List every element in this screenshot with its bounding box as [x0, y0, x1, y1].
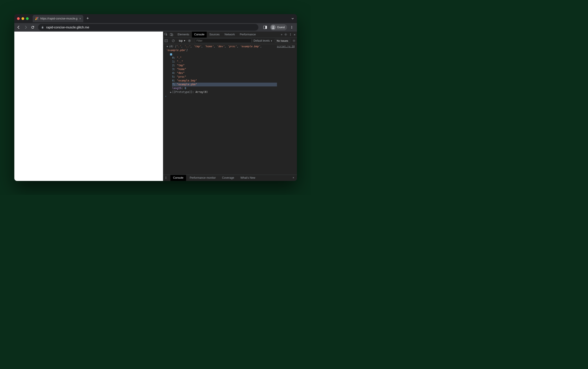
tab-performance[interactable]: Performance [238, 31, 258, 38]
drawer-tab-console[interactable]: Console [170, 175, 186, 181]
svg-point-13 [290, 35, 291, 36]
side-panel-icon[interactable] [263, 26, 267, 29]
clear-console-icon[interactable] [172, 39, 177, 42]
console-sidebar-icon[interactable] [165, 39, 170, 42]
minimize-window-button[interactable] [21, 17, 24, 20]
source-link[interactable]: script.js:10 [277, 45, 297, 94]
tab-strip: 🎉 https://rapid-concise-muscle.g × + [14, 14, 297, 23]
drawer-tab-performance-monitor[interactable]: Performance monitor [187, 175, 219, 181]
filter-input[interactable] [195, 39, 252, 43]
devtools-menu-icon[interactable] [289, 33, 292, 36]
issues-badge[interactable]: No Issues [275, 39, 290, 42]
tab-overflow-button[interactable] [291, 17, 294, 20]
collapse-icon[interactable]: ▼ [166, 45, 169, 48]
url-text: rapid-concise-muscle.glitch.me [46, 26, 89, 29]
array-entry[interactable]: 0: "." [172, 56, 277, 60]
devtools-close-icon[interactable]: × [294, 33, 295, 37]
array-entry[interactable]: 2: "tmp" [172, 64, 277, 67]
toolbar-right: Guest [263, 24, 295, 31]
console-settings-icon[interactable] [293, 39, 295, 42]
tab-sources[interactable]: Sources [207, 31, 222, 38]
console-output[interactable]: ▼(8) ['.', '..', 'tmp', 'home', 'dev', '… [163, 44, 297, 175]
tab-title: https://rapid-concise-muscle.g [40, 17, 78, 20]
svg-point-10 [285, 34, 286, 35]
array-entry[interactable]: 4: "dev" [172, 71, 277, 75]
prototype-value: Array(0) [195, 91, 208, 94]
array-summary[interactable]: ▼(8) ['.', '..', 'tmp', 'home', 'dev', '… [166, 45, 277, 52]
new-tab-button[interactable]: + [86, 16, 89, 21]
array-count: (8) [169, 45, 173, 48]
back-button[interactable] [17, 25, 21, 29]
svg-point-5 [292, 27, 292, 28]
array-entry[interactable]: 3: "home" [172, 67, 277, 71]
inspect-icon[interactable] [165, 33, 170, 36]
console-prompt[interactable]: › [163, 94, 297, 99]
svg-point-3 [273, 26, 274, 27]
svg-point-12 [290, 34, 291, 35]
page-viewport[interactable] [14, 31, 163, 181]
svg-point-22 [166, 178, 166, 179]
array-entry[interactable]: 7: "example.pbm" [172, 83, 277, 86]
lock-icon [41, 26, 44, 29]
close-tab-button[interactable]: × [79, 17, 81, 20]
menu-button[interactable] [290, 26, 295, 29]
drawer-menu-icon[interactable] [165, 176, 170, 179]
devtools-drawer: Console Performance monitor Coverage Wha… [163, 175, 297, 181]
settings-icon[interactable] [284, 33, 287, 36]
svg-point-19 [294, 40, 294, 41]
tab-network[interactable]: Network [222, 31, 237, 38]
tab-console[interactable]: Console [192, 31, 207, 38]
profile-chip[interactable]: Guest [270, 24, 287, 31]
browser-tab[interactable]: 🎉 https://rapid-concise-muscle.g × [33, 15, 83, 22]
forward-button[interactable] [24, 25, 28, 29]
length-value: 8 [184, 87, 186, 90]
reload-button[interactable] [31, 26, 35, 29]
tab-elements[interactable]: Elements [175, 31, 192, 38]
svg-rect-8 [170, 33, 172, 36]
length-label: length [172, 87, 182, 90]
content-area: Elements Console Sources Network Perform… [14, 31, 297, 181]
svg-point-18 [189, 40, 190, 41]
svg-point-11 [290, 33, 291, 34]
log-levels-selector[interactable]: Default levels ▼ [254, 39, 273, 42]
drawer-tab-coverage[interactable]: Coverage [219, 175, 237, 181]
svg-point-21 [166, 178, 166, 178]
console-log-entry[interactable]: ▼(8) ['.', '..', 'tmp', 'home', 'dev', '… [163, 45, 297, 94]
close-window-button[interactable] [17, 17, 20, 20]
svg-line-16 [172, 40, 174, 41]
array-entry[interactable]: 5: "proc" [172, 75, 277, 79]
array-entry[interactable]: 6: "example.bmp" [172, 79, 277, 83]
devtools-panel: Elements Console Sources Network Perform… [163, 31, 297, 181]
drawer-close-icon[interactable]: × [291, 176, 295, 179]
expand-icon[interactable]: ▶ [170, 90, 172, 94]
svg-point-4 [292, 26, 292, 27]
svg-rect-14 [165, 40, 167, 42]
svg-point-6 [292, 28, 292, 29]
svg-rect-2 [265, 26, 267, 29]
console-toolbar: top ▼ Default levels ▼ No Issues [163, 38, 297, 44]
device-mode-icon[interactable] [170, 33, 175, 36]
address-bar[interactable]: rapid-concise-muscle.glitch.me [38, 24, 258, 31]
svg-rect-0 [42, 27, 43, 29]
profile-label: Guest [277, 26, 285, 29]
prototype-label: [[Prototype]] [172, 91, 192, 94]
live-expression-icon[interactable] [188, 39, 193, 42]
browser-window: 🎉 https://rapid-concise-muscle.g × + rap… [14, 14, 297, 181]
drawer-tab-whats-new[interactable]: What's New [238, 175, 258, 181]
info-icon: i [170, 53, 172, 56]
context-selector[interactable]: top ▼ [179, 39, 186, 42]
svg-point-20 [166, 177, 166, 177]
avatar-icon [271, 25, 276, 30]
browser-toolbar: rapid-concise-muscle.glitch.me Guest [14, 23, 297, 31]
window-controls [17, 17, 29, 20]
favicon: 🎉 [35, 17, 39, 20]
more-tabs-button[interactable]: » [281, 33, 282, 36]
array-entry[interactable]: 1: ".." [172, 60, 277, 64]
maximize-window-button[interactable] [26, 17, 29, 20]
devtools-tabbar: Elements Console Sources Network Perform… [163, 31, 297, 38]
